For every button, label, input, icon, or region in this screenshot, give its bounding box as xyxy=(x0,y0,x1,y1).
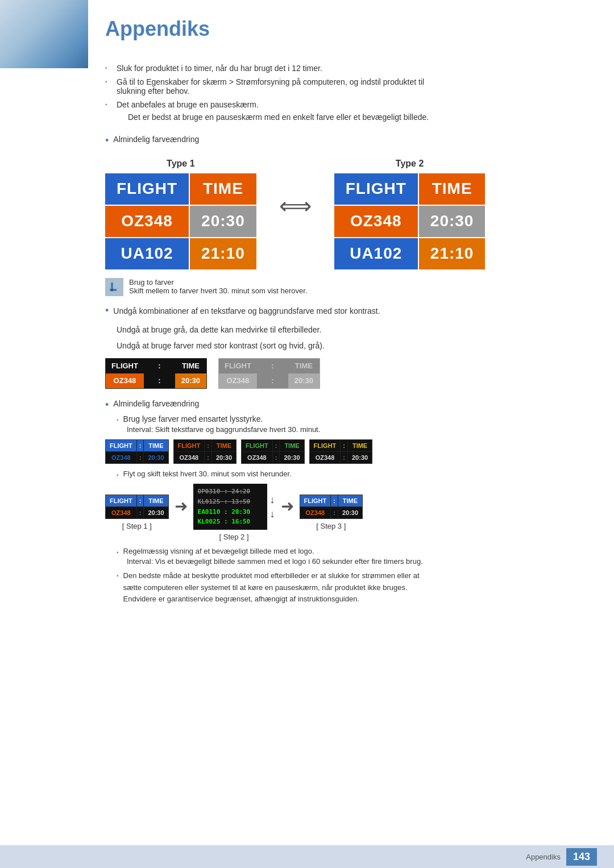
scroll-line-1: OP0310 : 24:20 xyxy=(198,487,263,497)
type1-board: FLIGHT TIME OZ348 20:30 UA102 21:10 xyxy=(105,173,256,269)
s1-h-left: FLIGHT xyxy=(106,495,136,506)
cb1-h-colon: : xyxy=(144,359,175,373)
cvb1-r-left: OZ348 xyxy=(106,452,136,463)
cvb2-r-colon: : xyxy=(205,452,211,463)
sub-bullet-2: ▪ Flyt og skift tekst hvert 30. minut so… xyxy=(117,470,586,478)
step1-arrow: ➜ xyxy=(175,497,188,528)
step3-label: [ Step 3 ] xyxy=(316,522,346,530)
type1-row2-left: UA102 xyxy=(105,238,189,269)
cvb2-h-left: FLIGHT xyxy=(174,440,205,451)
cvb4-h-right: TIME xyxy=(348,440,372,451)
cvb3-h-colon: : xyxy=(273,440,280,451)
s1-r-right: 20:30 xyxy=(144,507,168,518)
list-item-2: Gå til to Egenskaber for skærm > Strømfo… xyxy=(105,77,586,95)
s1-r-colon: : xyxy=(137,507,144,518)
type2-row2-right: 21:10 xyxy=(419,238,486,269)
contrast-line2: Undgå at bruge grå, da dette kan medvirk… xyxy=(117,323,586,336)
cb1-h-left: FLIGHT xyxy=(106,359,144,373)
s3-r-left: OZ348 xyxy=(300,507,331,518)
main-content: Appendiks Sluk for produktet i to timer,… xyxy=(88,0,614,641)
cvb4-r-colon: : xyxy=(341,452,347,463)
sq-bullet-1: ▪ xyxy=(117,417,119,423)
steps-row: FLIGHT : TIME OZ348 : 20:30 [ Step 1 ] ➜… xyxy=(105,484,586,541)
cvb1-h-right: TIME xyxy=(144,440,168,451)
cvb1-h-colon: : xyxy=(137,440,144,451)
footer-page-number: 143 xyxy=(566,848,597,866)
step1: FLIGHT : TIME OZ348 : 20:30 [ Step 1 ] xyxy=(105,495,169,530)
cvb4-r-left: OZ348 xyxy=(310,452,341,463)
cb2-h-left: FLIGHT xyxy=(219,359,257,373)
cvb3-r-left: OZ348 xyxy=(242,452,272,463)
scroll-line-4: KL0025 : 16:50 xyxy=(198,517,263,527)
contrast-board-1: FLIGHT : TIME OZ348 : 20:30 xyxy=(105,358,207,389)
type1-row1-left: OZ348 xyxy=(105,206,189,237)
note-desc: Skift mellem to farver hvert 30. minut s… xyxy=(129,286,308,295)
cvb3-h-right: TIME xyxy=(280,440,304,451)
cb1-r-left: OZ348 xyxy=(106,373,144,388)
cb1-h-right: TIME xyxy=(175,359,206,373)
list-item-1: Sluk for produktet i to timer, når du ha… xyxy=(105,64,586,73)
step3-board: FLIGHT : TIME OZ348 : 20:30 xyxy=(300,495,363,519)
cvb1-r-colon: : xyxy=(137,452,144,463)
step1-label: [ Step 1 ] xyxy=(122,522,152,530)
down-arrow-2: ↓ xyxy=(270,508,275,520)
color-change-bullet-2: • Almindelig farveændring xyxy=(105,399,586,412)
note-content: Brug to farver Skift mellem to farver hv… xyxy=(129,278,308,295)
cvb2-r-right: 20:30 xyxy=(212,452,236,463)
type2-header-left: FLIGHT xyxy=(334,173,418,205)
sub4-text: Den bedste måde at beskytte produktet mo… xyxy=(123,570,420,605)
contrast-line3: Undgå at bruge farver med stor kontrast … xyxy=(117,339,586,352)
page-wrapper: Appendiks Sluk for produktet i to timer,… xyxy=(0,0,614,868)
cvb2-h-right: TIME xyxy=(212,440,236,451)
down-arrow-1: ↓ xyxy=(270,494,275,506)
cb1-r-right: 20:30 xyxy=(175,373,206,388)
type2-row2-left: UA102 xyxy=(334,238,418,269)
color-board-2: FLIGHT : TIME OZ348 : 20:30 xyxy=(173,439,237,464)
s3-h-right: TIME xyxy=(338,495,362,506)
sub1-note: Interval: Skift tekstfarve og baggrundsf… xyxy=(127,425,586,434)
s1-r-left: OZ348 xyxy=(106,507,136,518)
cb2-r-right: 20:30 xyxy=(288,373,320,388)
cvb4-r-right: 20:30 xyxy=(348,452,372,463)
s3-r-colon: : xyxy=(331,507,338,518)
contrast-board-2: FLIGHT : TIME OZ348 : 20:30 xyxy=(218,358,320,389)
cb1-r-colon: : xyxy=(144,373,175,388)
contrast-bullet: • Undgå kombinationer af en tekstfarve o… xyxy=(105,305,586,321)
burn-in-note: Brug to farver Skift mellem to farver hv… xyxy=(105,278,586,296)
footer-label: Appendiks xyxy=(526,853,561,861)
type2-row1-left: OZ348 xyxy=(334,206,418,237)
s3-h-colon: : xyxy=(331,495,338,506)
cvb3-r-right: 20:30 xyxy=(280,452,304,463)
cvb2-r-left: OZ348 xyxy=(174,452,205,463)
cvb4-h-left: FLIGHT xyxy=(310,440,341,451)
bullet-round-1: • xyxy=(105,135,109,147)
scroll-line-2: KL0125 : 13:50 xyxy=(198,497,263,507)
color-change-bullet: • Almindelig farveændring xyxy=(105,135,586,147)
cvb2-h-colon: : xyxy=(205,440,211,451)
list-item-3-sub: Det er bedst at bruge en pauseskærm med … xyxy=(128,111,586,123)
sq-bullet-2: ▪ xyxy=(117,472,119,478)
cb2-h-colon: : xyxy=(257,359,288,373)
type2-board-container: Type 2 FLIGHT TIME OZ348 20:30 UA102 21:… xyxy=(334,159,486,269)
color-boards-row: FLIGHT : TIME OZ348 : 20:30 FLIGHT : TIM… xyxy=(105,439,586,464)
cvb4-h-colon: : xyxy=(341,440,347,451)
color-board-1: FLIGHT : TIME OZ348 : 20:30 xyxy=(105,439,169,464)
s1-h-right: TIME xyxy=(144,495,168,506)
double-arrow: ⟺ xyxy=(279,159,312,219)
cb2-r-colon: : xyxy=(257,373,288,388)
step2-display: OP0310 : 24:20 KL0125 : 13:50 EA0110 : 2… xyxy=(193,484,275,529)
left-accent xyxy=(0,0,88,68)
flight-boards-type-row: Type 1 FLIGHT TIME OZ348 20:30 UA102 21:… xyxy=(105,159,586,269)
scroll-arrows: ↓ ↓ xyxy=(270,494,275,520)
cvb3-r-colon: : xyxy=(273,452,280,463)
s3-h-left: FLIGHT xyxy=(300,495,331,506)
type1-header-left: FLIGHT xyxy=(105,173,189,205)
cvb3-h-left: FLIGHT xyxy=(242,440,272,451)
cb2-r-left: OZ348 xyxy=(219,373,257,388)
sub-bullet-1: ▪ Brug lyse farver med ensartet lysstyrk… xyxy=(117,414,586,423)
s3-r-right: 20:30 xyxy=(338,507,362,518)
scroll-board: OP0310 : 24:20 KL0125 : 13:50 EA0110 : 2… xyxy=(193,484,267,529)
type2-row1-right: 20:30 xyxy=(419,206,486,237)
note-icon xyxy=(105,278,123,296)
cvb1-r-right: 20:30 xyxy=(144,452,168,463)
